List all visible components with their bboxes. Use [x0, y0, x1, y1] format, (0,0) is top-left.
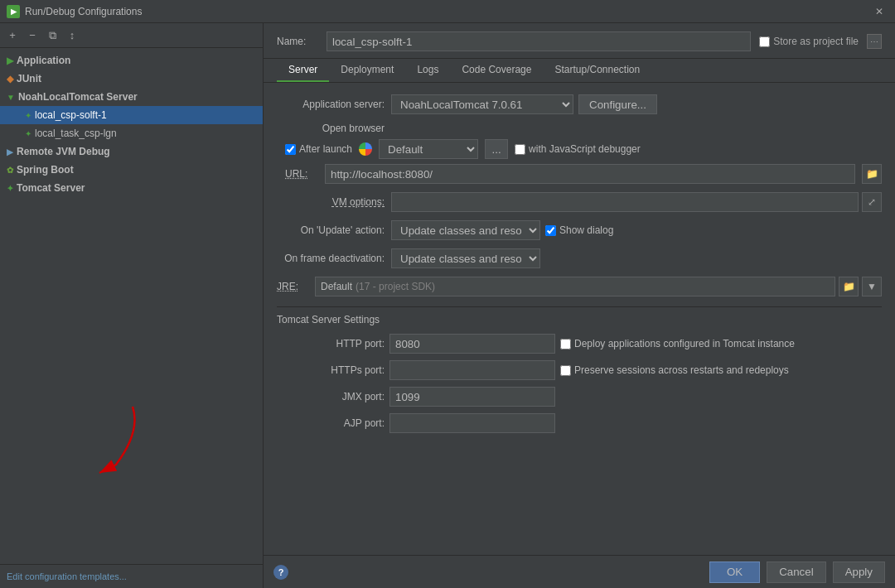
- tomcat-child-icon2: ✦: [25, 129, 31, 138]
- add-config-button[interactable]: +: [3, 27, 22, 45]
- window-icon: ▶: [7, 5, 20, 18]
- show-dialog-label[interactable]: Show dialog: [545, 224, 613, 236]
- open-browser-header-row: Open browser: [277, 123, 882, 134]
- copy-config-button[interactable]: ⧉: [43, 27, 61, 45]
- jre-controls: Default (17 - project SDK) 📁 ▼: [315, 277, 882, 296]
- name-row: Name: Store as project file ⋯: [264, 23, 895, 59]
- after-launch-checkbox-label[interactable]: After launch: [285, 143, 352, 155]
- config-tree: ▶ Application ◆ JUnit ▼ NoahLocalTomcat …: [0, 48, 263, 564]
- tab-deployment[interactable]: Deployment: [329, 59, 405, 82]
- jmx-port-input[interactable]: [389, 387, 555, 407]
- apply-button[interactable]: Apply: [833, 561, 885, 583]
- tree-group-spring-boot[interactable]: ✿ Spring Boot: [0, 161, 263, 179]
- url-input[interactable]: [325, 164, 855, 184]
- on-update-label: On 'Update' action:: [277, 224, 385, 236]
- http-port-input[interactable]: [389, 334, 555, 354]
- left-toolbar: + − ⧉ ↕: [0, 23, 263, 48]
- on-frame-row: On frame deactivation: Update classes an…: [277, 248, 882, 268]
- tree-group-application-label: Application: [17, 55, 70, 66]
- cancel-button[interactable]: Cancel: [767, 561, 826, 583]
- js-debugger-label[interactable]: with JavaScript debugger: [515, 143, 641, 155]
- tab-logs[interactable]: Logs: [405, 59, 450, 82]
- tree-item-local-csp-solft-1-label: local_csp-solft-1: [35, 109, 107, 121]
- app-server-select[interactable]: NoahLocalTomcat 7.0.61: [391, 94, 573, 114]
- tree-group-junit-label: JUnit: [17, 73, 41, 84]
- ajp-port-input[interactable]: [389, 413, 555, 433]
- preserve-sessions-text: Preserve sessions across restarts and re…: [574, 364, 789, 376]
- ajp-port-label: AJP port:: [277, 417, 385, 429]
- vm-options-label: VM options:: [277, 196, 385, 208]
- tree-group-noahlocaltomcat[interactable]: ▼ NoahLocalTomcat Server: [0, 88, 263, 106]
- ok-button[interactable]: OK: [709, 561, 760, 583]
- preserve-sessions-checkbox[interactable]: [560, 365, 571, 376]
- js-debugger-checkbox[interactable]: [515, 144, 525, 155]
- jre-label: JRE:: [277, 281, 310, 292]
- tab-startup-connection[interactable]: Startup/Connection: [543, 59, 651, 82]
- jre-dropdown-button[interactable]: ▼: [862, 277, 882, 296]
- deploy-apps-checkbox[interactable]: [560, 339, 571, 349]
- tree-item-local-task-csp-lgn[interactable]: ✦ local_task_csp-lgn: [0, 124, 263, 142]
- window-title: Run/Debug Configurations: [25, 6, 865, 17]
- open-browser-label: Open browser: [277, 123, 385, 134]
- tree-group-remote-jvm[interactable]: ▶ Remote JVM Debug: [0, 142, 263, 161]
- vm-options-row: VM options: ⤢: [277, 192, 882, 212]
- deploy-apps-label[interactable]: Deploy applications configured in Tomcat…: [560, 338, 882, 349]
- configure-button[interactable]: Configure...: [578, 94, 657, 114]
- after-launch-checkbox[interactable]: [285, 144, 296, 155]
- url-label: URL:: [285, 168, 318, 180]
- port-settings-grid: HTTP port: Deploy applications configure…: [277, 334, 882, 433]
- https-port-input[interactable]: [389, 360, 555, 380]
- left-panel: + − ⧉ ↕ ▶ Application ◆ JUnit ▼ NoahLoca…: [0, 23, 264, 588]
- remote-icon: ▶: [7, 147, 13, 157]
- tree-group-tomcat-server[interactable]: ✦ Tomcat Server: [0, 179, 263, 197]
- show-dialog-checkbox[interactable]: [545, 225, 556, 236]
- server-tab-content: Application server: NoahLocalTomcat 7.0.…: [264, 83, 895, 555]
- tree-group-noahlocaltomcat-label: NoahLocalTomcat Server: [18, 91, 138, 103]
- help-button[interactable]: ?: [273, 565, 288, 580]
- tree-group-junit[interactable]: ◆ JUnit: [0, 70, 263, 88]
- url-folder-button[interactable]: 📁: [862, 164, 882, 184]
- tree-group-application[interactable]: ▶ Application: [0, 51, 263, 70]
- vm-expand-button[interactable]: ⤢: [862, 192, 882, 212]
- app-server-label: Application server:: [277, 99, 385, 110]
- close-button[interactable]: ✕: [870, 4, 888, 19]
- tab-code-coverage[interactable]: Code Coverage: [450, 59, 543, 82]
- after-launch-label: After launch: [299, 143, 352, 155]
- tree-group-spring-boot-label: Spring Boot: [17, 164, 74, 176]
- browser-options-button[interactable]: ...: [485, 139, 508, 159]
- browser-select[interactable]: Default: [379, 139, 478, 159]
- tree-item-local-task-csp-lgn-label: local_task_csp-lgn: [35, 128, 117, 139]
- divider-1: [277, 306, 882, 307]
- tomcat-section-title: Tomcat Server Settings: [277, 314, 882, 325]
- tomcat2-icon: ✦: [7, 184, 13, 193]
- https-port-label: HTTPs port:: [277, 364, 385, 376]
- tree-group-remote-jvm-label: Remote JVM Debug: [17, 146, 110, 157]
- preserve-sessions-label[interactable]: Preserve sessions across restarts and re…: [560, 364, 882, 376]
- on-update-row: On 'Update' action: Update classes and r…: [277, 220, 882, 240]
- browser-chrome-icon: [359, 142, 372, 156]
- store-options-button[interactable]: ⋯: [867, 34, 882, 49]
- vm-options-input[interactable]: [391, 192, 859, 212]
- tab-server[interactable]: Server: [277, 59, 329, 82]
- sort-config-button[interactable]: ↕: [63, 27, 81, 45]
- name-input[interactable]: [327, 31, 751, 51]
- store-project-file-checkbox[interactable]: [759, 36, 770, 47]
- store-project-file-area: Store as project file: [759, 36, 859, 47]
- store-project-file-label: Store as project file: [773, 36, 859, 47]
- tree-item-local-csp-solft-1[interactable]: ✦ local_csp-solft-1: [0, 106, 263, 124]
- jre-value-display: Default (17 - project SDK): [315, 277, 835, 296]
- browser-row: After launch Default ... with JavaScript…: [277, 139, 882, 159]
- bottom-bar: ? OK Cancel Apply: [264, 555, 895, 588]
- show-dialog-text: Show dialog: [559, 224, 613, 236]
- on-frame-select[interactable]: Update classes and resources: [391, 248, 540, 268]
- on-frame-label: On frame deactivation:: [277, 253, 385, 264]
- on-update-select[interactable]: Update classes and resources: [391, 220, 540, 240]
- app-server-controls: NoahLocalTomcat 7.0.61 Configure...: [391, 94, 882, 114]
- tabs-bar: Server Deployment Logs Code Coverage Sta…: [264, 59, 895, 83]
- jmx-port-label: JMX port:: [277, 391, 385, 402]
- main-layout: + − ⧉ ↕ ▶ Application ◆ JUnit ▼ NoahLoca…: [0, 23, 895, 588]
- remove-config-button[interactable]: −: [23, 27, 41, 45]
- jre-default-text: Default: [321, 281, 352, 292]
- jre-folder-button[interactable]: 📁: [839, 277, 859, 296]
- edit-templates-link[interactable]: Edit configuration templates...: [0, 564, 263, 588]
